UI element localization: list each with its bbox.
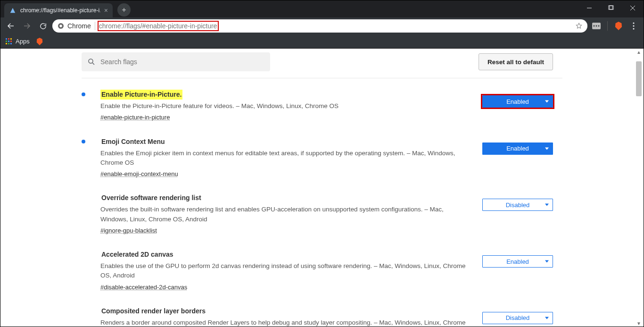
extension-brave-icon[interactable] — [614, 22, 623, 30]
reset-all-button[interactable]: Reset all to default — [479, 53, 553, 70]
brave-bm-icon — [36, 38, 43, 45]
maximize-button[interactable] — [600, 0, 622, 16]
flag-title: Enable Picture-in-Picture. — [100, 90, 182, 100]
change-bullet-icon — [82, 92, 85, 96]
chevron-down-icon — [545, 204, 549, 206]
flag-row: Override software rendering listOverride… — [82, 188, 553, 245]
flag-state-select[interactable]: Enabled — [482, 255, 553, 268]
flags-list: Enable Picture-in-Picture.Enable the Pic… — [82, 78, 562, 327]
chevron-down-icon — [545, 260, 549, 263]
bookmarks-bar: Apps — [0, 34, 644, 49]
flag-main: Accelerated 2D canvasEnables the use of … — [100, 250, 471, 292]
svg-point-7 — [598, 25, 600, 27]
svg-rect-13 — [10, 38, 12, 40]
svg-rect-19 — [10, 43, 12, 44]
svg-rect-17 — [6, 43, 7, 44]
svg-point-20 — [89, 59, 93, 63]
flag-anchor-link[interactable]: #disable-accelerated-2d-canvas — [100, 284, 187, 291]
page-viewport: Reset all to default Enable Picture-in-P… — [0, 49, 644, 327]
svg-rect-15 — [8, 41, 9, 42]
flag-state-select[interactable]: Disabled — [482, 312, 553, 324]
flag-state-value: Disabled — [482, 199, 553, 211]
titlebar: chrome://flags/#enable-picture-i… × — [0, 0, 644, 17]
flag-state-value: Enabled — [482, 255, 553, 268]
svg-point-9 — [633, 25, 634, 26]
svg-point-5 — [594, 25, 595, 27]
reload-button[interactable] — [36, 19, 50, 33]
svg-rect-14 — [6, 41, 7, 42]
flags-topbar: Reset all to default — [82, 52, 562, 78]
svg-rect-0 — [609, 6, 612, 9]
toolbar: Chrome chrome://flags/#enable-picture-in… — [0, 17, 644, 34]
flag-main: Emoji Context MenuEnables the Emoji pick… — [100, 137, 471, 179]
scroll-up-icon[interactable]: ▲ — [636, 49, 642, 55]
apps-shortcut[interactable]: Apps — [5, 38, 30, 45]
flag-title: Override software rendering list — [100, 193, 202, 203]
browser-tab[interactable]: chrome://flags/#enable-picture-i… × — [4, 3, 113, 17]
flag-state-select[interactable]: Enabled — [482, 143, 553, 155]
flag-title: Emoji Context Menu — [100, 137, 166, 147]
tab-close-icon[interactable]: × — [104, 7, 108, 14]
toolbar-sep — [607, 21, 608, 31]
flag-desc: Enable the Picture-in-Picture feature fo… — [100, 101, 471, 111]
search-icon — [87, 58, 96, 66]
flag-state-select[interactable]: Disabled — [482, 199, 553, 211]
change-bullet-icon — [82, 196, 85, 200]
flag-title: Accelerated 2D canvas — [100, 250, 174, 260]
address-bar[interactable]: Chrome chrome://flags/#enable-picture-in… — [52, 19, 587, 33]
apps-icon — [5, 38, 13, 45]
scrollbar-thumb[interactable] — [636, 61, 642, 96]
back-button[interactable] — [4, 19, 17, 33]
scroll-down-icon[interactable]: ▼ — [636, 320, 642, 327]
svg-point-8 — [633, 22, 634, 24]
flag-anchor-link[interactable]: #ignore-gpu-blacklist — [100, 227, 157, 234]
url-text: chrome://flags/#enable-picture-in-pictur… — [99, 22, 217, 30]
extensions-area — [590, 21, 640, 31]
svg-rect-16 — [10, 41, 12, 42]
forward-button[interactable] — [20, 19, 33, 33]
flag-row: Composited render layer bordersRenders a… — [82, 302, 553, 327]
svg-point-10 — [633, 28, 634, 29]
flag-row: Emoji Context MenuEnables the Emoji pick… — [82, 132, 553, 189]
flag-row: Accelerated 2D canvasEnables the use of … — [82, 245, 553, 302]
svg-rect-1 — [610, 6, 613, 9]
tab-favicon-icon — [9, 7, 17, 14]
tab-title: chrome://flags/#enable-picture-i… — [20, 7, 100, 14]
search-flags-input[interactable] — [100, 58, 264, 66]
flag-desc: Enables the Emoji picker item in context… — [100, 149, 471, 168]
bookmark-brave[interactable] — [36, 38, 43, 45]
reset-label: Reset all to default — [487, 59, 544, 66]
svg-point-3 — [59, 25, 62, 27]
flag-main: Enable Picture-in-Picture.Enable the Pic… — [100, 90, 471, 123]
flag-anchor-link[interactable]: #enable-emoji-context-menu — [100, 170, 178, 177]
change-bullet-icon — [82, 140, 85, 143]
change-bullet-icon — [82, 309, 85, 313]
flag-anchor-link[interactable]: #enable-picture-in-picture — [100, 114, 170, 121]
flag-state-value: Enabled — [482, 143, 553, 155]
close-window-button[interactable] — [622, 0, 644, 16]
flag-desc: Renders a border around composited Rende… — [100, 318, 471, 327]
minimize-button[interactable] — [578, 0, 600, 16]
omnibox-sep — [95, 22, 95, 30]
apps-label: Apps — [16, 38, 30, 45]
new-tab-button[interactable] — [117, 3, 131, 17]
chrome-menu-icon[interactable] — [629, 22, 638, 30]
svg-rect-11 — [6, 38, 7, 40]
site-info-chip[interactable]: Chrome — [57, 22, 91, 30]
chevron-down-icon — [545, 317, 549, 319]
flag-main: Override software rendering listOverride… — [100, 193, 471, 235]
url-display: chrome://flags/#enable-picture-in-pictur… — [99, 22, 571, 30]
scrollbar[interactable]: ▲ ▼ — [636, 49, 642, 327]
flag-desc: Overrides the built-in software renderin… — [100, 205, 471, 224]
flag-row: Enable Picture-in-Picture.Enable the Pic… — [82, 85, 553, 132]
origin-label: Chrome — [67, 22, 91, 30]
flag-state-select[interactable]: Enabled — [482, 95, 553, 108]
extension-lastpass-icon[interactable] — [592, 22, 601, 30]
chevron-down-icon — [545, 147, 549, 150]
bookmark-star-icon[interactable] — [575, 22, 583, 30]
chrome-icon — [57, 22, 65, 30]
flag-state-value: Disabled — [482, 312, 553, 324]
chevron-down-icon — [545, 101, 549, 103]
search-flags[interactable] — [82, 52, 270, 71]
flag-title: Composited render layer borders — [100, 306, 206, 316]
